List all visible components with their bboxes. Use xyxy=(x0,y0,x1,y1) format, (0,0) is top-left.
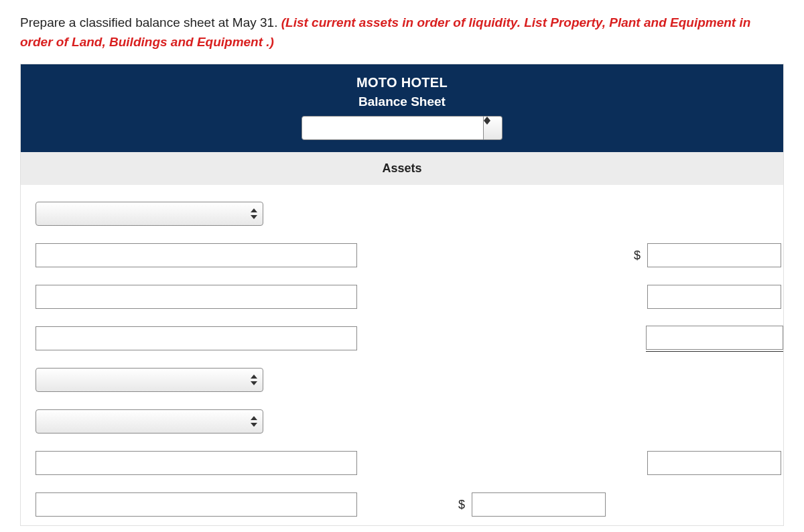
account-input[interactable] xyxy=(36,451,357,475)
spinner-icon xyxy=(251,375,257,385)
table-row xyxy=(21,359,783,401)
amount-input[interactable] xyxy=(647,451,781,475)
rows-area: $ $ $ xyxy=(21,185,783,525)
account-input[interactable] xyxy=(36,492,357,517)
category-dropdown[interactable] xyxy=(36,202,263,226)
date-dropdown[interactable] xyxy=(302,116,503,140)
sheet-header: MOTO HOTEL Balance Sheet xyxy=(21,64,783,152)
spinner-icon xyxy=(484,117,502,125)
table-row xyxy=(21,401,783,442)
date-spinner[interactable] xyxy=(484,116,503,140)
table-row: $ xyxy=(21,318,783,359)
subtotal-underline xyxy=(646,351,783,352)
account-input[interactable] xyxy=(36,326,357,350)
table-row: $ xyxy=(21,276,783,318)
mid-amount-input[interactable] xyxy=(472,492,606,517)
spinner-icon xyxy=(251,208,257,219)
spinner-icon xyxy=(251,416,257,427)
currency-symbol: $ xyxy=(457,498,465,512)
table-row: $ xyxy=(21,484,783,525)
assets-section-label: Assets xyxy=(21,152,783,185)
company-name: MOTO HOTEL xyxy=(21,75,783,90)
table-row: $ xyxy=(21,442,783,484)
balance-sheet: MOTO HOTEL Balance Sheet Assets xyxy=(20,64,784,526)
category-dropdown[interactable] xyxy=(36,368,263,392)
account-input[interactable] xyxy=(36,243,357,267)
category-dropdown[interactable] xyxy=(36,409,263,434)
amount-input[interactable] xyxy=(647,243,781,267)
instruction-text: Prepare a classified balance sheet at Ma… xyxy=(20,13,784,52)
date-input[interactable] xyxy=(302,116,484,140)
table-row xyxy=(21,193,783,235)
amount-input[interactable] xyxy=(646,326,783,350)
instruction-black: Prepare a classified balance sheet at Ma… xyxy=(20,15,281,29)
account-input[interactable] xyxy=(36,285,357,309)
sheet-subtitle: Balance Sheet xyxy=(21,94,783,109)
table-row: $ xyxy=(21,235,783,276)
amount-input[interactable] xyxy=(647,285,781,309)
currency-symbol: $ xyxy=(632,249,641,263)
